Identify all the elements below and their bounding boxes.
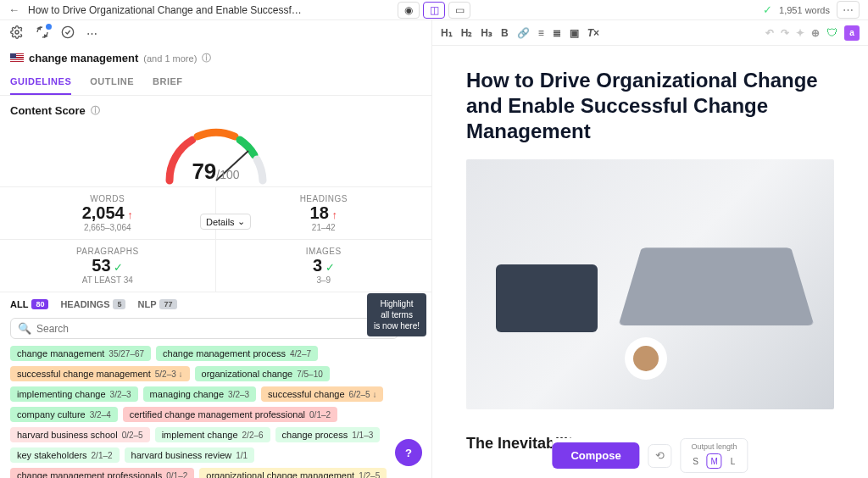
hero-image[interactable] (466, 159, 834, 409)
term-tag[interactable]: certified change management professional… (123, 407, 337, 422)
doc-heading-1[interactable]: How to Drive Organizational Change and E… (466, 68, 834, 144)
check-icon: ✓ (326, 261, 335, 274)
h2-button[interactable]: H₂ (461, 27, 473, 39)
split-mode-button[interactable]: ◫ (423, 2, 445, 19)
term-tag[interactable]: change management professionals0/1–2 (10, 468, 194, 478)
notification-dot-icon (46, 24, 52, 30)
filter-all[interactable]: ALL 80 (10, 299, 48, 309)
score-gauge: 79/100 (157, 125, 275, 185)
saved-check-icon: ✓ (763, 3, 772, 16)
details-button[interactable]: Details ⌄ (200, 214, 251, 230)
tab-brief[interactable]: BRIEF (153, 69, 183, 95)
us-flag-icon (10, 53, 24, 63)
refresh-button[interactable] (36, 25, 49, 42)
term-tag[interactable]: change process1/1–3 (275, 427, 381, 442)
tab-outline[interactable]: OUTLINE (90, 69, 134, 95)
content-score-label: Content Score (10, 104, 86, 117)
numbered-list-button[interactable]: ≣ (553, 27, 561, 39)
redo-button[interactable]: ↷ (781, 27, 789, 39)
score-max: /100 (216, 168, 239, 181)
search-input[interactable] (36, 323, 391, 335)
term-tag[interactable]: organizational change management1/2–5 (199, 468, 387, 478)
svg-point-1 (62, 26, 73, 37)
more-menu-button[interactable]: ⋯ (837, 1, 860, 19)
undo-button[interactable]: ↶ (765, 27, 774, 39)
term-tag[interactable]: change management process4/2–7 (156, 346, 318, 361)
term-tag[interactable]: key stakeholders2/1–2 (10, 447, 120, 463)
length-long[interactable]: L (726, 453, 741, 469)
settings-button[interactable] (10, 25, 24, 42)
term-tag[interactable]: implementing change3/2–3 (10, 386, 138, 402)
output-length-selector: Output length S M L (681, 438, 748, 473)
term-tag[interactable]: successful change management5/2–3 ↓ (10, 366, 190, 381)
term-tag[interactable]: harvard business review1/1 (125, 447, 255, 463)
term-tag[interactable]: harvard business school0/2–5 (10, 427, 150, 442)
shield-icon: 🛡 (826, 26, 837, 39)
term-tag[interactable]: organizational change7/5–10 (195, 366, 330, 381)
length-medium[interactable]: M (707, 453, 722, 469)
metric-images: IMAGES 3 ✓ 3–9 (216, 240, 432, 292)
image-button[interactable]: ▣ (570, 27, 579, 39)
check-icon: ✓ (114, 261, 123, 274)
bullet-list-button[interactable]: ≡ (538, 27, 544, 39)
h1-button[interactable]: H₁ (441, 27, 453, 39)
document-editor[interactable]: How to Drive Organizational Change and E… (432, 46, 868, 478)
comment-button[interactable]: ✦ (796, 27, 804, 39)
terms-list: change management35/27–67change manageme… (0, 346, 431, 478)
highlight-tooltip: Highlight all terms is now here! (367, 293, 426, 336)
metric-paragraphs: PARAGRAPHS 53 ✓ AT LEAST 34 (0, 240, 216, 292)
compose-button[interactable]: Compose (552, 442, 639, 469)
score-value: 79 (192, 158, 216, 184)
metric-words: WORDS 2,054 ↑ 2,665–3,064 (0, 187, 216, 240)
score-info-icon[interactable]: ⓘ (91, 104, 100, 117)
term-tag[interactable]: successful change6/2–5 ↓ (261, 386, 383, 402)
h3-button[interactable]: H₃ (481, 27, 492, 39)
editor-mode-button[interactable]: ▭ (448, 2, 470, 19)
check-button[interactable] (61, 25, 75, 42)
term-tag[interactable]: managing change3/2–3 (143, 386, 257, 402)
up-arrow-icon: ↑ (331, 208, 337, 221)
document-title: How to Drive Organizational Change and E… (28, 4, 302, 16)
clear-format-button[interactable]: T× (587, 27, 599, 39)
panel-more-button[interactable]: ⋯ (86, 27, 97, 40)
length-short[interactable]: S (688, 453, 704, 469)
share-button[interactable]: ⊕ (811, 27, 820, 39)
user-avatar[interactable]: a (844, 25, 860, 41)
help-button[interactable]: ? (395, 439, 422, 466)
filter-headings[interactable]: HEADINGS 5 (60, 299, 125, 309)
search-icon: 🔍 (18, 322, 31, 335)
tab-guidelines[interactable]: GUIDELINES (10, 69, 71, 95)
term-tag[interactable]: implement change2/2–6 (155, 427, 270, 442)
view-mode-toggle: ◉ ◫ ▭ (398, 2, 470, 19)
filter-nlp[interactable]: NLP 77 (137, 299, 176, 309)
link-button[interactable]: 🔗 (517, 27, 530, 39)
chevron-down-icon: ⌄ (237, 216, 245, 227)
up-arrow-icon: ↑ (127, 208, 133, 221)
keyword-more[interactable]: (and 1 more) (143, 53, 197, 64)
term-tag[interactable]: change management35/27–67 (10, 346, 151, 361)
regenerate-button[interactable]: ⟲ (648, 444, 672, 468)
keyword-info-icon[interactable]: ⓘ (202, 52, 211, 64)
term-tag[interactable]: company culture3/2–4 (10, 407, 118, 422)
word-count: 1,951 words (779, 5, 830, 15)
back-arrow-icon[interactable]: ← (8, 3, 19, 16)
preview-mode-button[interactable]: ◉ (398, 2, 420, 19)
bold-button[interactable]: B (501, 27, 509, 39)
search-input-wrap[interactable]: 🔍 (10, 318, 398, 339)
primary-keyword: change management (29, 52, 138, 64)
svg-point-0 (15, 31, 19, 34)
